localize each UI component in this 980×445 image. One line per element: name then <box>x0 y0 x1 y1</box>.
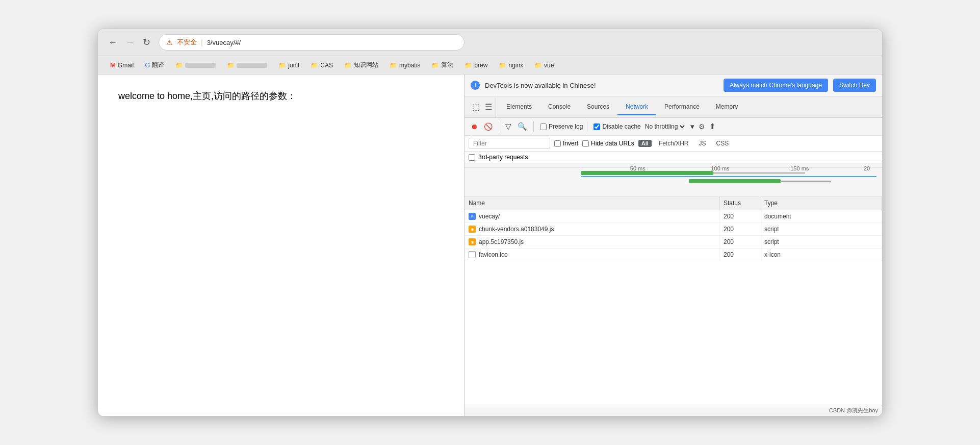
filter-input[interactable] <box>469 138 550 149</box>
block-button[interactable]: 🚫 <box>482 120 495 133</box>
record-button[interactable]: ⏺ <box>469 120 480 133</box>
folder-icon-cas: 📁 <box>311 62 318 69</box>
info-icon: i <box>471 81 480 90</box>
doc-icon-1: ≡ <box>469 213 476 220</box>
throttling-select[interactable]: No throttling <box>643 122 686 131</box>
devtools-notification: i DevTools is now available in Chinese! … <box>465 75 882 96</box>
tab-performance[interactable]: Performance <box>656 99 708 115</box>
file-name-1: vuecay/ <box>479 213 500 220</box>
bookmark-blurred-1-label <box>185 63 216 68</box>
notification-text: DevTools is now available in Chinese! <box>485 82 718 89</box>
bookmark-vue[interactable]: 📁 vue <box>530 60 558 70</box>
th-type: Type <box>760 196 882 210</box>
table-row[interactable]: ≡ vuecay/ 200 document <box>465 210 882 223</box>
tab-memory[interactable]: Memory <box>708 99 746 115</box>
bottom-bar: CSDN @凯先生boy <box>465 405 882 416</box>
table-row[interactable]: ◉ chunk-vendors.a0183049.js 200 script <box>465 223 882 236</box>
wf-bar-1-gray <box>713 172 805 174</box>
invert-label: Invert <box>563 140 578 147</box>
bookmark-brew[interactable]: 📁 brew <box>460 60 492 70</box>
devtools-tab-controls: ⬚ ☰ <box>469 96 496 117</box>
hide-data-urls-checkbox[interactable] <box>582 140 589 147</box>
bookmark-cas[interactable]: 📁 CAS <box>306 60 337 70</box>
wf-bar-1-green <box>581 171 713 175</box>
folder-icon-suanfa: 📁 <box>431 62 439 69</box>
bookmark-blurred-1[interactable]: 📁 <box>171 60 220 70</box>
url-text: 3/vuecay/#/ <box>207 39 457 46</box>
bookmark-blurred-2-label <box>237 63 267 68</box>
td-status-3: 200 <box>719 236 760 248</box>
always-match-button[interactable]: Always match Chrome's language <box>724 79 828 92</box>
bookmark-gmail-label: Gmail <box>118 62 134 69</box>
timeline-area: 50 ms 100 ms 150 ms 20 <box>465 163 882 196</box>
back-button[interactable]: ← <box>106 35 119 50</box>
bookmarks-bar: M Gmail G 翻译 📁 📁 📁 junit 📁 CAS 📁 知识网站 � <box>98 56 882 75</box>
url-separator: | <box>201 38 203 46</box>
devtools-pointer-btn[interactable]: ⬚ <box>471 101 481 113</box>
css-filter-btn[interactable]: CSS <box>713 139 732 148</box>
timeline-header: 50 ms 100 ms 150 ms 20 <box>465 163 882 168</box>
wf-bar-2-blue <box>581 176 876 177</box>
folder-icon-vue: 📁 <box>534 62 542 69</box>
blank-icon-4 <box>469 251 476 258</box>
td-name-4: favicon.ico <box>465 249 719 261</box>
file-name-3: app.5c197350.js <box>479 238 524 245</box>
fetch-xhr-filter-btn[interactable]: Fetch/XHR <box>656 139 692 148</box>
devtools-mobile-btn[interactable]: ☰ <box>483 101 494 113</box>
bookmark-mybatis[interactable]: 📁 mybatis <box>385 60 424 70</box>
td-name-1: ≡ vuecay/ <box>465 210 719 222</box>
table-row[interactable]: ◉ app.5c197350.js 200 script <box>465 236 882 249</box>
wf-bar-2-green <box>689 179 781 183</box>
switch-dev-button[interactable]: Switch Dev <box>833 79 876 92</box>
toolbar-divider-1 <box>499 121 499 132</box>
bookmark-nginx-label: nginx <box>508 62 523 69</box>
translate-icon: G <box>145 61 150 69</box>
wf-bar-2-gray <box>780 181 831 182</box>
bookmark-suanfa[interactable]: 📁 算法 <box>427 59 457 71</box>
tab-sources[interactable]: Sources <box>579 99 617 115</box>
bookmark-gmail[interactable]: M Gmail <box>106 60 138 70</box>
bookmark-blurred-2[interactable]: 📁 <box>223 60 271 70</box>
tab-console[interactable]: Console <box>540 99 579 115</box>
devtools-content: ⏺ 🚫 ▽ 🔍 Preserve log Disable cache <box>465 118 882 416</box>
address-bar[interactable]: ⚠ 不安全 | 3/vuecay/#/ <box>159 34 465 51</box>
folder-icon-mybatis: 📁 <box>390 62 397 69</box>
td-name-3: ◉ app.5c197350.js <box>465 236 719 248</box>
refresh-button[interactable]: ↻ <box>141 35 152 50</box>
table-header: Name Status Type <box>465 196 882 210</box>
tab-elements[interactable]: Elements <box>498 99 540 115</box>
bookmark-translate[interactable]: G 翻译 <box>141 59 168 71</box>
forward-button[interactable]: → <box>123 35 137 50</box>
js-filter-btn[interactable]: JS <box>695 139 709 148</box>
security-icon: ⚠ <box>166 38 173 46</box>
td-type-4: x-icon <box>760 249 882 261</box>
folder-icon-junit: 📁 <box>278 62 286 69</box>
title-bar: ← → ↻ ⚠ 不安全 | 3/vuecay/#/ <box>98 29 882 56</box>
all-badge[interactable]: All <box>638 140 652 147</box>
preserve-log-group: Preserve log <box>540 123 583 130</box>
footer-text: CSDN @凯先生boy <box>829 407 878 413</box>
bookmark-mybatis-label: mybatis <box>399 62 420 69</box>
browser-window: ← → ↻ ⚠ 不安全 | 3/vuecay/#/ M Gmail G 翻译 📁… <box>97 29 883 416</box>
bookmark-zhishi[interactable]: 📁 知识网站 <box>340 59 382 71</box>
throttling-dropdown-btn[interactable]: ▾ <box>688 120 697 133</box>
filter-row: Invert Hide data URLs All Fetch/XHR JS C… <box>465 136 882 152</box>
invert-group: Invert <box>554 140 578 147</box>
tab-network[interactable]: Network <box>617 99 656 115</box>
preserve-log-checkbox[interactable] <box>540 123 547 130</box>
upload-btn[interactable]: ⬆ <box>707 120 718 133</box>
invert-checkbox[interactable] <box>554 140 561 147</box>
search-button[interactable]: 🔍 <box>515 120 529 133</box>
toolbar-divider-3 <box>587 121 587 132</box>
disable-cache-label: Disable cache <box>602 123 640 130</box>
bookmark-junit[interactable]: 📁 junit <box>274 60 303 70</box>
third-party-label: 3rd-party requests <box>478 154 528 161</box>
folder-icon-1: 📁 <box>175 62 183 69</box>
table-row[interactable]: favicon.ico 200 x-icon <box>465 249 882 261</box>
td-name-2: ◉ chunk-vendors.a0183049.js <box>465 223 719 235</box>
third-party-checkbox[interactable] <box>469 154 475 161</box>
bookmark-nginx[interactable]: 📁 nginx <box>495 60 527 70</box>
disable-cache-checkbox[interactable] <box>594 123 600 130</box>
filter-icon-button[interactable]: ▽ <box>503 120 513 133</box>
bookmark-brew-label: brew <box>474 62 487 69</box>
